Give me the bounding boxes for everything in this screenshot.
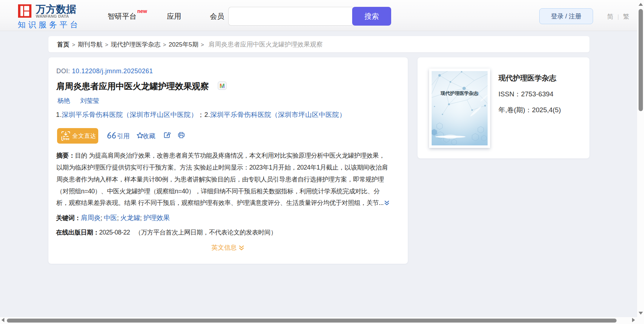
svg-text:free: free	[63, 137, 69, 141]
svg-text:现代护理医学杂志: 现代护理医学杂志	[440, 91, 479, 96]
svg-text:M: M	[220, 83, 225, 89]
